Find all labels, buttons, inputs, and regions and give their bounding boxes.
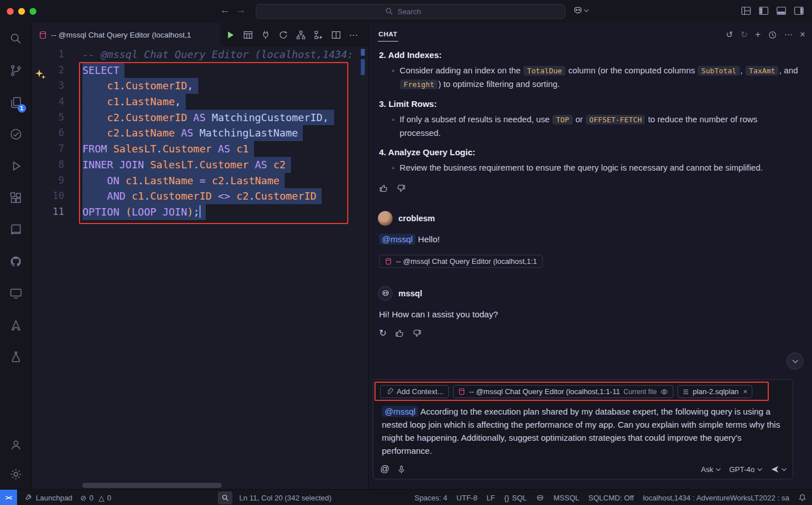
code-line[interactable]: 5····c2.CustomerID AS MatchingCustomerID… <box>32 110 368 126</box>
toggle-panel-icon[interactable] <box>776 6 786 16</box>
code-line[interactable]: 8INNER JOIN SalesLT.Customer AS c2 <box>32 157 368 173</box>
eol-item[interactable]: LF <box>486 494 495 502</box>
minimize-window-button[interactable] <box>18 8 25 15</box>
launchpad-item[interactable]: Launchpad <box>25 494 72 502</box>
mention-icon[interactable]: @ <box>380 464 389 474</box>
thumbs-down-icon[interactable] <box>397 184 406 193</box>
context-chip-sqlplan[interactable]: plan-2.sqlplan × <box>677 385 753 398</box>
remote-indicator[interactable]: >< <box>0 490 17 505</box>
chevron-down-icon <box>792 358 798 363</box>
close-window-button[interactable] <box>7 8 14 15</box>
sidebar-item-azure[interactable] <box>0 309 32 341</box>
run-query-button[interactable] <box>226 30 235 40</box>
sidebar-item-accounts[interactable] <box>0 430 32 460</box>
mssql-item[interactable]: MSSQL <box>553 494 580 502</box>
model-dropdown[interactable]: GPT-4o <box>729 465 761 474</box>
list-item: 2. Add Indexes:◦Consider adding an index… <box>378 49 798 91</box>
code-line[interactable]: 2SELECT <box>32 63 368 78</box>
database-icon <box>39 31 47 39</box>
thumbs-up-icon[interactable] <box>379 184 388 193</box>
code-line[interactable]: 3····c1.CustomerID, <box>32 78 368 94</box>
sqlcmd-item[interactable]: SQLCMD: Off <box>589 494 634 502</box>
scroll-to-bottom-button[interactable] <box>786 353 803 370</box>
sidebar-item-database-projects[interactable] <box>0 341 32 373</box>
history-icon[interactable] <box>768 31 777 39</box>
split-editor-icon[interactable] <box>331 30 341 40</box>
send-button[interactable] <box>771 465 786 474</box>
new-chat-icon[interactable]: + <box>755 29 761 40</box>
horizontal-scrollbar[interactable] <box>82 483 222 488</box>
copilot-status-icon[interactable] <box>536 494 544 502</box>
mention-chip[interactable]: @mssql <box>382 406 418 417</box>
more-actions-icon[interactable]: ⋯ <box>349 30 358 40</box>
line-content: ····c2.LastName AS MatchingLastName <box>82 125 303 141</box>
editor-tab[interactable]: -- @mssql Chat Query Editor (localhost,1 <box>32 23 220 47</box>
sidebar-item-docs[interactable] <box>0 214 32 246</box>
encoding-item[interactable]: UTF-8 <box>456 494 477 502</box>
sidebar-item-github[interactable] <box>0 246 32 278</box>
command-center-search[interactable] <box>256 4 565 19</box>
more-icon[interactable]: ⋯ <box>784 30 793 40</box>
assistant-message-header: mssql <box>378 286 798 301</box>
code-editor[interactable]: 1-- @mssql Chat Query Editor (localhost,… <box>32 47 368 489</box>
close-icon[interactable]: × <box>800 30 805 40</box>
line-content: ····c1.LastName, <box>82 94 186 110</box>
line-content: ····c2.CustomerID AS MatchingCustomerID, <box>82 110 334 126</box>
message-attachment[interactable]: -- @mssql Chat Query Editor (localhost,1… <box>379 255 543 268</box>
estimated-plan-icon[interactable] <box>296 30 306 40</box>
sidebar-item-extensions[interactable] <box>0 182 32 214</box>
chat-input-box[interactable]: Add Context... -- @mssql Chat Query Edit… <box>373 379 793 479</box>
sidebar-item-search[interactable] <box>0 23 32 55</box>
indentation-item[interactable]: Spaces: 4 <box>414 494 447 502</box>
chat-conversation: 2. Add Indexes:◦Consider adding an index… <box>369 47 812 367</box>
thumbs-up-icon[interactable] <box>395 329 404 338</box>
tab-title: -- @mssql Chat Query Editor (localhost,1 <box>51 31 191 39</box>
braces-icon: {} <box>504 494 509 502</box>
code-line[interactable]: 6····c2.LastName AS MatchingLastName <box>32 125 368 141</box>
back-arrow-icon[interactable]: ← <box>218 5 232 16</box>
regenerate-icon[interactable]: ↻ <box>379 329 386 338</box>
code-line[interactable]: 4····c1.LastName, <box>32 94 368 110</box>
results-grid-icon[interactable] <box>243 30 253 40</box>
forward-arrow-icon[interactable]: → <box>234 5 248 16</box>
zoom-indicator[interactable] <box>218 491 232 504</box>
sidebar-item-remote-explorer[interactable] <box>0 278 32 309</box>
change-connection-icon[interactable] <box>278 30 288 40</box>
cursor-position[interactable]: Ln 11, Col 20 (342 selected) <box>239 494 331 502</box>
notifications-bell-icon[interactable] <box>798 494 806 502</box>
connect-plug-icon[interactable] <box>261 30 270 40</box>
mode-dropdown[interactable]: Ask <box>701 465 721 474</box>
mention-chip[interactable]: @mssql <box>379 234 415 245</box>
github-icon <box>9 255 23 268</box>
remove-chip-icon[interactable]: × <box>743 387 748 396</box>
language-item[interactable]: {} SQL <box>504 494 527 502</box>
sidebar-item-tasks[interactable] <box>0 118 32 150</box>
code-line[interactable]: 11OPTION (LOOP JOIN); <box>32 204 368 220</box>
sidebar-item-chat-sessions[interactable]: 1 <box>0 86 32 118</box>
toggle-secondary-sidebar-icon[interactable] <box>794 6 804 16</box>
eye-icon[interactable] <box>660 388 668 396</box>
sidebar-item-run-query[interactable] <box>0 150 32 182</box>
thumbs-down-icon[interactable] <box>413 329 422 338</box>
code-line[interactable]: 10····AND c1.CustomerID <> c2.CustomerID <box>32 188 368 204</box>
microphone-icon[interactable] <box>397 465 406 474</box>
sidebar-item-settings[interactable] <box>0 460 32 489</box>
chat-input-text[interactable]: @mssql According to the execution plan s… <box>382 405 784 457</box>
sidebar-item-source-control[interactable] <box>0 55 32 86</box>
code-line[interactable]: 9····ON c1.LastName = c2.LastName <box>32 173 368 189</box>
copilot-menu-button[interactable] <box>573 5 588 15</box>
actual-plan-icon[interactable] <box>314 30 323 40</box>
code-line[interactable]: 7FROM SalesLT.Customer AS c1 <box>32 141 368 157</box>
connection-item[interactable]: localhost,1434 : AdventureWorksLT2022 : … <box>643 494 789 502</box>
customize-layout-icon[interactable] <box>741 6 751 16</box>
zoom-window-button[interactable] <box>30 8 36 15</box>
problems-item[interactable]: ⊘0 △0 <box>80 494 111 502</box>
list-item-bullet: ◦Review the business requirement to ensu… <box>392 162 798 175</box>
search-input[interactable] <box>397 7 436 16</box>
add-context-button[interactable]: Add Context... <box>380 385 449 398</box>
undo-icon[interactable]: ↺ <box>726 30 734 40</box>
context-chip-editor[interactable]: -- @mssql Chat Query Editor (localhost,1… <box>453 385 673 398</box>
toggle-sidebar-icon[interactable] <box>759 6 769 16</box>
code-line[interactable]: 1-- @mssql Chat Query Editor (localhost,… <box>32 47 368 63</box>
redo-icon[interactable]: ↻ <box>740 30 748 40</box>
